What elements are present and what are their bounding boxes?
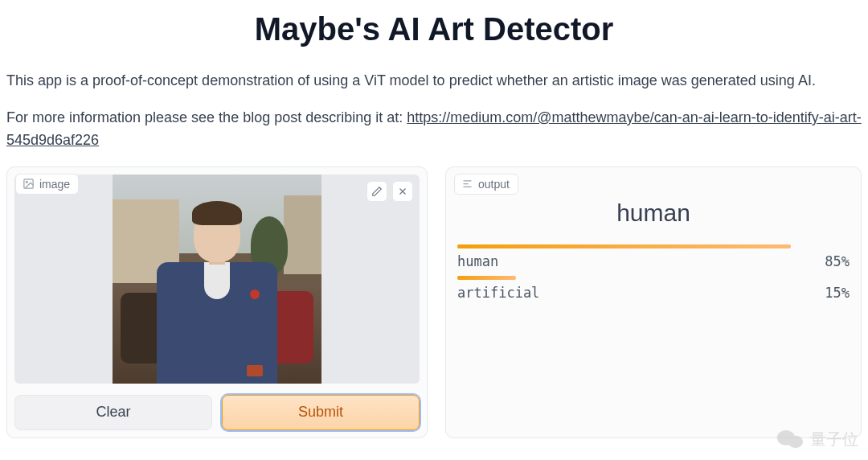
clear-button[interactable]: Clear [14,395,212,430]
result-label: artificial [457,285,539,301]
uploaded-image [113,175,321,384]
output-chip: output [454,174,518,195]
pencil-icon [371,186,383,197]
result-bar [457,276,850,280]
intro-line-2-prefix: For more information please see the blog… [6,109,407,125]
button-row: Clear Submit [14,395,420,430]
submit-button[interactable]: Submit [222,395,420,430]
result-row: human85% [457,244,850,269]
intro-line-1: This app is a proof-of-concept demonstra… [6,70,862,92]
image-icon [23,178,35,190]
output-panel: output human human85%artificial15% [445,166,862,438]
output-icon [461,178,473,190]
svg-point-1 [26,182,27,183]
image-chip-label: image [39,178,70,191]
close-icon [397,186,408,197]
result-label: human [457,253,498,269]
results-list: human85%artificial15% [457,244,850,301]
image-input-panel: image [6,166,428,438]
edit-image-button[interactable] [366,181,387,202]
result-percent: 15% [825,285,850,301]
top-prediction: human [457,199,850,227]
panels: image [6,166,862,438]
output-chip-label: output [478,178,510,191]
page-title: Maybe's AI Art Detector [6,11,862,47]
image-tools [366,181,413,202]
remove-image-button[interactable] [392,181,413,202]
result-percent: 85% [825,253,850,269]
image-chip: image [15,174,79,195]
result-bar [457,244,850,248]
result-row: artificial15% [457,276,850,301]
image-preview[interactable] [14,175,420,384]
intro-line-2: For more information please see the blog… [6,107,862,152]
